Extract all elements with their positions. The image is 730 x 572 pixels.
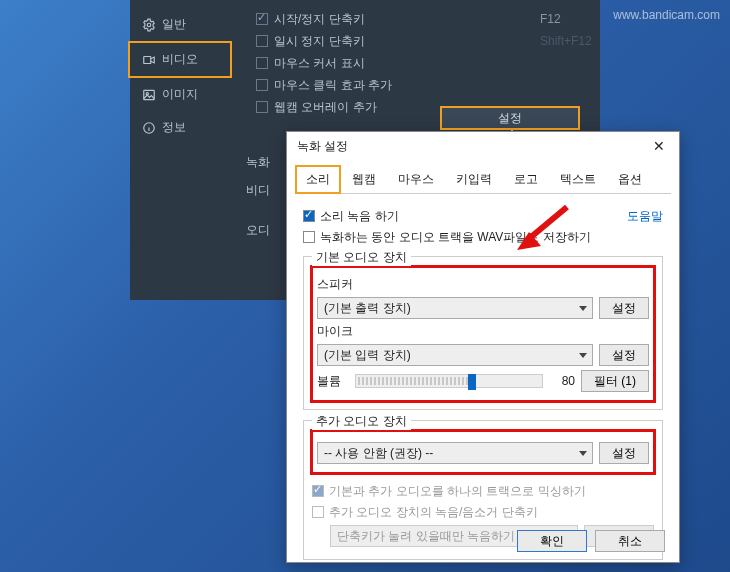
checkbox-icon[interactable] [256, 13, 268, 25]
sidebar-item-label: 이미지 [162, 86, 198, 103]
svg-rect-1 [144, 56, 151, 63]
fieldset-legend: 기본 오디오 장치 [312, 249, 411, 266]
sidebar-item-label: 정보 [162, 119, 186, 136]
extra-settings-button[interactable]: 설정 [599, 442, 649, 464]
shortcut-value: F12 [540, 12, 561, 26]
volume-value: 80 [549, 374, 575, 388]
mic-label: 마이크 [317, 323, 649, 340]
extra-hotkey-checkbox [312, 506, 324, 518]
dialog-footer: 확인 취소 [517, 530, 665, 552]
tab-webcam[interactable]: 웹캠 [341, 165, 387, 193]
sidebar-item-label: 비디오 [162, 51, 198, 68]
watermark: www.bandicam.com [613, 8, 720, 22]
sidebar-item-image[interactable]: 이미지 [130, 78, 230, 111]
help-link[interactable]: 도움말 [627, 208, 663, 225]
cancel-button[interactable]: 취소 [595, 530, 665, 552]
dialog-body: 소리 녹음 하기 도움말 녹화하는 동안 오디오 트랙을 WAV파일로 저장하기… [287, 194, 679, 572]
video-icon [142, 53, 156, 67]
filter-button[interactable]: 필터 (1) [581, 370, 649, 392]
fieldset-legend: 추가 오디오 장치 [312, 413, 411, 430]
volume-label: 볼륨 [317, 373, 349, 390]
record-settings-dialog: 녹화 설정 ✕ 소리 웹캠 마우스 키입력 로고 텍스트 옵션 소리 녹음 하기… [286, 131, 680, 563]
sidebar-item-video[interactable]: 비디오 [128, 41, 232, 78]
shortcut-value: Shift+F12 [540, 34, 592, 48]
extra-audio-select[interactable]: -- 사용 안함 (권장) -- [317, 442, 593, 464]
option-pause[interactable]: 일시 정지 단축키Shift+F12 [240, 30, 600, 52]
checkbox-label: 기본과 추가 오디오를 하나의 트랙으로 믹싱하기 [329, 484, 586, 498]
info-icon [142, 121, 156, 135]
option-click-effect[interactable]: 마우스 클릭 효과 추가 [240, 74, 600, 96]
tab-sound[interactable]: 소리 [295, 165, 341, 194]
option-label: 시작/정지 단축키 [274, 11, 365, 28]
speaker-settings-button[interactable]: 설정 [599, 297, 649, 319]
sidebar-item-label: 일반 [162, 16, 186, 33]
checkbox-label: 녹화하는 동안 오디오 트랙을 WAV파일로 저장하기 [320, 230, 591, 244]
option-cursor[interactable]: 마우스 커서 표시 [240, 52, 600, 74]
sidebar: 일반 비디오 이미지 정보 [130, 0, 230, 144]
mic-settings-button[interactable]: 설정 [599, 344, 649, 366]
highlight-box: -- 사용 안함 (권장) -- 설정 [310, 429, 656, 475]
sidebar-item-info[interactable]: 정보 [130, 111, 230, 144]
option-start-stop[interactable]: 시작/정지 단축키F12 [240, 8, 600, 30]
svg-rect-2 [144, 90, 155, 99]
option-label: 일시 정지 단축키 [274, 33, 365, 50]
ok-button[interactable]: 확인 [517, 530, 587, 552]
tab-logo[interactable]: 로고 [503, 165, 549, 193]
save-wav-checkbox[interactable] [303, 231, 315, 243]
checkbox-label: 소리 녹음 하기 [320, 209, 399, 223]
speaker-select[interactable]: (기본 출력 장치) [317, 297, 593, 319]
option-label: 마우스 커서 표시 [274, 55, 365, 72]
settings-button[interactable]: 설정 [440, 106, 580, 130]
image-icon [142, 88, 156, 102]
highlight-box: 스피커 (기본 출력 장치) 설정 마이크 (기본 입력 장치) 설정 볼륨 8… [310, 265, 656, 403]
tab-bar: 소리 웹캠 마우스 키입력 로고 텍스트 옵션 [295, 165, 671, 194]
gear-icon [142, 18, 156, 32]
tab-text[interactable]: 텍스트 [549, 165, 607, 193]
primary-audio-fieldset: 기본 오디오 장치 스피커 (기본 출력 장치) 설정 마이크 (기본 입력 장… [303, 256, 663, 410]
speaker-label: 스피커 [317, 276, 649, 293]
volume-slider[interactable] [355, 374, 543, 388]
svg-point-0 [147, 23, 151, 27]
tab-mouse[interactable]: 마우스 [387, 165, 445, 193]
category-labels: 녹화 비디 오디 [246, 148, 270, 244]
option-label: 마우스 클릭 효과 추가 [274, 77, 392, 94]
tab-options[interactable]: 옵션 [607, 165, 653, 193]
checkbox-icon[interactable] [256, 35, 268, 47]
mic-select[interactable]: (기본 입력 장치) [317, 344, 593, 366]
dialog-title: 녹화 설정 [297, 138, 348, 155]
checkbox-icon[interactable] [256, 101, 268, 113]
close-button[interactable]: ✕ [649, 138, 669, 155]
sidebar-item-general[interactable]: 일반 [130, 8, 230, 41]
mix-checkbox [312, 485, 324, 497]
record-sound-checkbox[interactable] [303, 210, 315, 222]
checkbox-icon[interactable] [256, 79, 268, 91]
checkbox-icon[interactable] [256, 57, 268, 69]
category-label: 비디 [246, 176, 270, 204]
tab-keyinput[interactable]: 키입력 [445, 165, 503, 193]
category-label: 오디 [246, 216, 270, 244]
category-label: 녹화 [246, 148, 270, 176]
checkbox-label: 추가 오디오 장치의 녹음/음소거 단축키 [329, 505, 538, 519]
option-label: 웹캠 오버레이 추가 [274, 99, 377, 116]
